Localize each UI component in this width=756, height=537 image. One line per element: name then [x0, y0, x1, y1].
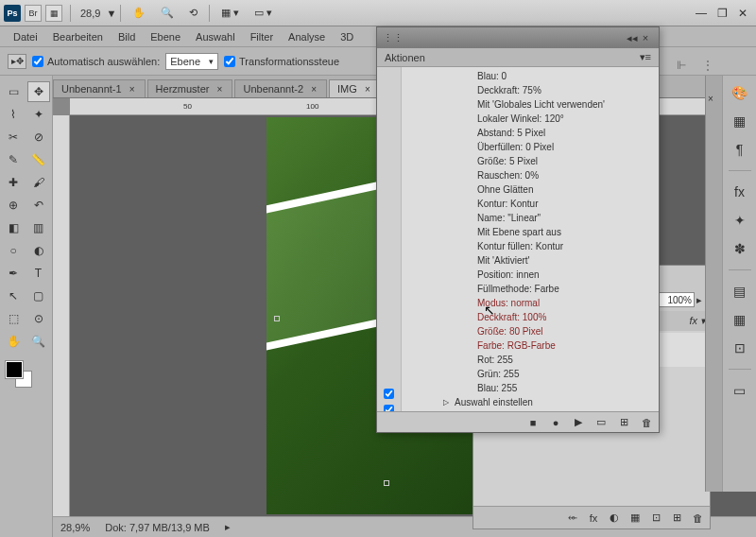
menu-filter[interactable]: Filter — [243, 29, 281, 44]
action-step[interactable]: Farbe: RGB-Farbe — [402, 338, 659, 353]
doc-restore-button[interactable]: ❐ — [713, 6, 731, 21]
tab-doc-4[interactable]: IMG× — [329, 79, 381, 97]
brush-tool[interactable]: 🖌 — [27, 172, 50, 193]
slice-tool[interactable]: ⊘ — [27, 127, 50, 147]
arrange-docs-icon[interactable]: ▦ ▾ — [215, 5, 245, 21]
auto-select-dropdown[interactable]: Ebene — [165, 53, 218, 70]
actions-list[interactable]: Blau: 0 Deckkraft: 75% Mit 'Globales Lic… — [402, 67, 659, 411]
screen-layout-icon[interactable]: ▭ ▾ — [249, 5, 278, 21]
wand-tool[interactable]: ✦ — [27, 104, 50, 125]
history-panel-icon[interactable]: ▭ — [729, 379, 751, 402]
zoom-tool[interactable]: 🔍 — [27, 331, 50, 352]
action-step[interactable]: Kontur: Kontur — [402, 197, 659, 211]
lasso-tool[interactable]: ⌇ — [2, 104, 25, 125]
dodge-tool[interactable]: ◐ — [27, 240, 50, 261]
action-step[interactable]: Blau: 255 — [402, 381, 659, 395]
menu-select[interactable]: Auswahl — [188, 29, 243, 44]
history-brush-tool[interactable]: ↶ — [27, 195, 50, 216]
action-step[interactable]: Rot: 255 — [402, 353, 659, 367]
panel-tab[interactable]: Aktionen ▾≡ — [377, 48, 659, 67]
action-step[interactable]: Kontur füllen: Kontur — [402, 239, 659, 253]
paths-panel-icon[interactable]: ⊡ — [729, 337, 751, 359]
close-icon[interactable]: × — [128, 84, 137, 94]
action-toggle-checkbox[interactable] — [384, 405, 394, 411]
new-set-icon[interactable]: ▭ — [594, 416, 608, 429]
channels-panel-icon[interactable]: ▦ — [729, 308, 751, 331]
action-step[interactable]: Ohne Glätten — [402, 182, 659, 197]
close-icon[interactable]: × — [309, 84, 318, 94]
action-step[interactable]: Modus: normal — [402, 296, 659, 310]
status-menu-icon[interactable]: ▸ — [225, 521, 231, 533]
tab-doc-2[interactable]: Herzmuster× — [147, 79, 233, 97]
dock-collapse-strip[interactable] — [705, 76, 722, 492]
zoom-level[interactable]: 28,9 — [75, 8, 106, 19]
collapse-icon[interactable]: ◂◂ — [627, 32, 638, 44]
photoshop-icon[interactable]: Ps — [4, 5, 21, 22]
bridge-icon[interactable]: Br — [25, 5, 42, 22]
marquee-tool[interactable]: ▭ — [2, 81, 25, 102]
menu-analysis[interactable]: Analyse — [281, 29, 333, 44]
panel-grip-icon[interactable]: ⋮⋮ — [383, 32, 404, 44]
action-step[interactable]: Mit 'Aktiviert' — [402, 253, 659, 268]
close-icon[interactable]: × — [638, 31, 653, 44]
rotate-view-icon[interactable]: ⟲ — [183, 5, 203, 21]
hand-tool-icon[interactable]: ✋ — [127, 5, 151, 21]
type-tool[interactable]: T — [27, 263, 50, 284]
tab-overflow-icon[interactable]: × — [703, 91, 718, 106]
action-step[interactable]: Abstand: 5 Pixel — [402, 126, 659, 140]
menu-edit[interactable]: Bearbeiten — [45, 29, 111, 44]
menu-layer[interactable]: Ebene — [143, 29, 188, 44]
new-action-icon[interactable]: ⊞ — [617, 416, 630, 429]
action-toggle-checkbox[interactable] — [384, 389, 394, 399]
action-step[interactable]: Mit 'Globales Licht verwenden' — [402, 97, 659, 112]
stop-icon[interactable]: ■ — [526, 416, 540, 429]
tab-doc-3[interactable]: Unbenannt-2× — [234, 79, 327, 97]
action-step[interactable]: Rauschen: 0% — [402, 168, 659, 182]
eyedropper-tool[interactable]: ✎ — [2, 149, 25, 170]
action-step[interactable]: Mit Ebene spart aus — [402, 225, 659, 239]
zoom-tool-icon[interactable]: 🔍 — [155, 5, 180, 21]
path-tool[interactable]: ↖ — [2, 286, 25, 306]
camera-tool[interactable]: ⊙ — [27, 308, 50, 329]
blur-tool[interactable]: ○ — [2, 240, 25, 261]
tab-doc-1[interactable]: Unbenannt-1× — [53, 79, 146, 97]
action-step[interactable]: Grün: 255 — [402, 367, 659, 381]
action-step[interactable]: Lokaler Winkel: 120° — [402, 112, 659, 126]
color-swatches[interactable] — [2, 359, 50, 388]
action-item[interactable]: Auswahl einstellen — [402, 395, 659, 409]
pen-tool[interactable]: ✒ — [2, 263, 25, 284]
zoom-dropdown-icon[interactable]: ▼ — [106, 8, 116, 19]
close-icon[interactable]: × — [363, 84, 372, 94]
link-icon[interactable]: ⬰ — [566, 511, 579, 525]
foreground-color[interactable] — [6, 361, 23, 378]
trash-icon[interactable]: 🗑 — [691, 511, 704, 525]
menu-image[interactable]: Bild — [111, 29, 143, 44]
healing-tool[interactable]: ✚ — [2, 172, 25, 193]
adjustments-panel-icon[interactable]: ✦ — [729, 209, 751, 232]
action-step[interactable]: Deckkraft: 100% — [402, 310, 659, 324]
transform-handle[interactable] — [274, 316, 280, 321]
doc-minimize-button[interactable]: — — [692, 6, 711, 21]
action-step[interactable]: Größe: 80 Pixel — [402, 324, 659, 338]
mask-icon[interactable]: ◐ — [608, 511, 621, 525]
align-icon[interactable]: ⊩ — [671, 57, 692, 74]
transform-handle[interactable] — [384, 480, 389, 486]
crop-tool[interactable]: ✂ — [2, 127, 25, 147]
adjustment-icon[interactable]: ▦ — [628, 511, 642, 525]
3d-tool[interactable]: ⬚ — [2, 308, 25, 329]
transform-input[interactable] — [224, 56, 235, 67]
gradient-tool[interactable]: ▥ — [27, 217, 50, 238]
auto-select-checkbox[interactable]: Automatisch auswählen: — [32, 56, 160, 67]
menu-3d[interactable]: 3D — [333, 29, 361, 44]
play-icon[interactable]: ▶ — [572, 416, 585, 429]
swatches-panel-icon[interactable]: ▦ — [729, 110, 751, 132]
action-step[interactable]: Position: innen — [402, 268, 659, 282]
transform-checkbox[interactable]: Transformationssteue — [224, 56, 339, 67]
action-step[interactable]: Blau: 0 — [402, 69, 659, 83]
new-layer-icon[interactable]: ⊞ — [670, 511, 683, 525]
masks-panel-icon[interactable]: ✽ — [729, 237, 751, 260]
action-step[interactable]: Name: "Linear" — [402, 211, 659, 225]
record-icon[interactable]: ● — [549, 416, 562, 429]
doc-close-button[interactable]: ✕ — [733, 6, 752, 21]
ruler-tool[interactable]: 📏 — [27, 149, 50, 170]
